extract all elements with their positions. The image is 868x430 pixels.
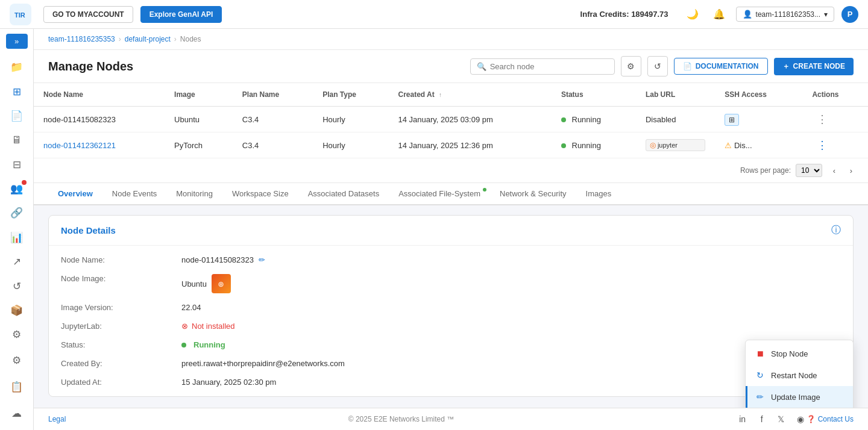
sidebar-toggle[interactable]: » xyxy=(6,34,28,49)
status-cell: Running xyxy=(552,107,636,132)
edit-node-name-icon[interactable]: ✏ xyxy=(259,255,265,264)
ssh-access-cell: ⊞ xyxy=(715,107,802,132)
actions-menu-button[interactable]: ⋮ xyxy=(812,111,832,128)
sidebar-item-integrations[interactable]: 🔗 xyxy=(5,202,29,224)
refresh-button[interactable]: ↺ xyxy=(647,56,668,76)
rss-icon[interactable]: ◉ xyxy=(794,413,807,425)
tab-overview[interactable]: Overview xyxy=(48,183,102,205)
jupyter-badge: ◎ jupyter xyxy=(646,139,705,151)
tab-workspace-size[interactable]: Workspace Size xyxy=(222,183,298,205)
search-icon: 🔍 xyxy=(477,62,486,71)
sidebar-item-share[interactable]: ↗ xyxy=(5,251,29,272)
genai-button[interactable]: Explore GenAI API xyxy=(140,6,222,23)
ubuntu-icon: ◎ xyxy=(212,274,231,293)
breadcrumb-current: Nodes xyxy=(180,35,201,43)
myaccount-button[interactable]: GO TO MYACCOUNT xyxy=(43,6,133,23)
sidebar-item-nodes[interactable]: 🖥 xyxy=(5,129,29,151)
nodes-icon: 🖥 xyxy=(11,134,22,146)
detail-label-node-name: Node Name: xyxy=(49,251,169,269)
pagination: ‹ › xyxy=(827,163,858,178)
detail-label-created-by: Created By: xyxy=(49,354,169,373)
edit-icon: ✏ xyxy=(755,392,765,402)
prev-page-button[interactable]: ‹ xyxy=(827,163,841,178)
docs-icon: 📄 xyxy=(10,110,23,122)
dark-mode-icon[interactable]: 🌙 xyxy=(683,5,702,24)
tab-node-events[interactable]: Node Events xyxy=(102,183,166,205)
detail-value-node-image: Ubuntu ◎ xyxy=(169,269,853,298)
sidebar-item-box[interactable]: 📦 xyxy=(5,299,29,321)
tab-images[interactable]: Images xyxy=(576,183,621,205)
next-page-button[interactable]: › xyxy=(844,163,858,178)
jupyter-icon: ◎ xyxy=(650,141,656,149)
sidebar-item-grid[interactable]: ⊟ xyxy=(5,154,29,175)
team-selector[interactable]: 👤 team-1118162353... ▾ xyxy=(736,7,834,22)
context-menu-update-image[interactable]: ✏ Update Image xyxy=(746,386,853,408)
sidebar-item-folder[interactable]: 📁 xyxy=(5,56,29,78)
search-box: 🔍 xyxy=(470,58,615,75)
col-plan-name: Plan Name xyxy=(233,83,313,107)
detail-label-updated-at: Updated At: xyxy=(49,373,169,391)
detail-label-image-version: Image Version: xyxy=(49,298,169,317)
tabs-bar: Overview Node Events Monitoring Workspac… xyxy=(34,183,868,205)
search-input[interactable] xyxy=(490,62,608,71)
not-installed-status: ⊗ Not installed xyxy=(181,322,235,331)
tab-network-security[interactable]: Network & Security xyxy=(490,183,576,205)
ssh-access-cell: ⚠ Dis... xyxy=(715,132,802,158)
breadcrumb-sep2: › xyxy=(174,35,177,43)
created-at-cell: 14 January, 2025 03:09 pm xyxy=(389,107,552,132)
detail-value-image-version: 22.04 xyxy=(169,298,853,317)
sidebar-item-list[interactable]: 📋 xyxy=(5,375,29,399)
users-icon: 👥 xyxy=(10,182,23,195)
table-row: node-011415082323 Ubuntu C3.4 Hourly 14 … xyxy=(34,107,868,132)
context-menu-stop[interactable]: ⏹ Stop Node xyxy=(746,343,853,364)
notifications-icon[interactable]: 🔔 xyxy=(709,5,729,24)
sidebar-item-settings2[interactable]: ⚙ xyxy=(5,348,29,372)
col-status: Status xyxy=(552,83,636,107)
status-cell: Running xyxy=(552,132,636,158)
node-link[interactable]: node-011412362121 xyxy=(43,141,116,150)
dashboard-icon: ⊞ xyxy=(13,86,21,98)
terminal-icon: ⊞ xyxy=(725,114,739,126)
share-icon: ↗ xyxy=(13,255,21,268)
refresh-icon: ↺ xyxy=(13,280,21,293)
sidebar-item-users[interactable]: 👥 xyxy=(5,178,29,199)
gear-icon: ⚙ xyxy=(12,328,21,341)
tab-associated-filesystem[interactable]: Associated File-System xyxy=(389,183,490,205)
warning-icon: ⚠ xyxy=(725,141,732,150)
tab-dot xyxy=(483,188,486,192)
tab-monitoring[interactable]: Monitoring xyxy=(166,183,222,205)
page-title: Manage Nodes xyxy=(48,60,133,73)
sort-icon: ↑ xyxy=(439,92,442,98)
breadcrumb-team[interactable]: team-111816235353 xyxy=(48,35,115,43)
status-dot xyxy=(181,343,186,347)
rows-per-page-select[interactable]: 10 25 50 xyxy=(796,164,822,177)
create-node-button[interactable]: ＋ CREATE NODE xyxy=(774,58,854,75)
filter-button[interactable]: ⚙ xyxy=(621,56,641,76)
actions-cell: ⋮ xyxy=(802,132,868,158)
col-created-at[interactable]: Created At ↑ xyxy=(389,83,552,107)
linkedin-icon[interactable]: in xyxy=(737,413,749,425)
sidebar-item-gear[interactable]: ⚙ xyxy=(5,324,29,346)
settings2-icon: ⚙ xyxy=(12,354,21,367)
footer-legal[interactable]: Legal xyxy=(48,415,66,423)
running-status: Running xyxy=(181,340,225,349)
avatar[interactable]: P xyxy=(841,6,858,23)
sidebar-item-dashboard[interactable]: ⊞ xyxy=(5,81,29,102)
context-menu-restart[interactable]: ↻ Restart Node xyxy=(746,364,853,386)
contact-us-link[interactable]: ❓ Contact Us xyxy=(807,415,854,423)
documentation-button[interactable]: 📄 DOCUMENTATION xyxy=(674,58,768,75)
breadcrumb-project[interactable]: default-project xyxy=(125,35,171,43)
tab-associated-datasets[interactable]: Associated Datasets xyxy=(298,183,389,205)
actions-menu-button-active[interactable]: ⋮ xyxy=(812,137,832,154)
detail-label-jupyterlab: JupyterLab: xyxy=(49,317,169,335)
facebook-icon[interactable]: f xyxy=(756,413,768,425)
nodes-table-container: Node Name Image Plan Name Plan Type Crea… xyxy=(34,83,868,183)
sidebar-item-table[interactable]: 📊 xyxy=(5,226,29,248)
twitter-icon[interactable]: 𝕏 xyxy=(775,413,787,425)
detail-label-status: Status: xyxy=(49,335,169,354)
sidebar-item-cloud[interactable]: ☁ xyxy=(5,401,29,425)
sidebar-item-refresh[interactable]: ↺ xyxy=(5,275,29,297)
sidebar-item-docs[interactable]: 📄 xyxy=(5,105,29,126)
details-grid: Node Name: node-011415082323 ✏ Node Imag… xyxy=(49,246,853,396)
details-header: Node Details ⓘ xyxy=(49,216,853,246)
